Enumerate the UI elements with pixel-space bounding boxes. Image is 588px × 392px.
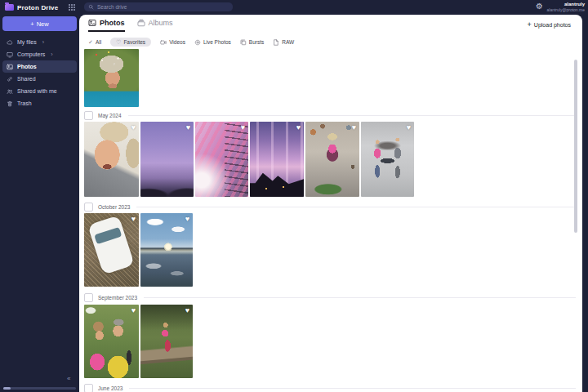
search-bar[interactable]	[84, 2, 233, 11]
drive-folder-icon	[5, 4, 14, 11]
search-input[interactable]	[97, 4, 229, 10]
heart-icon: ♡	[116, 39, 121, 45]
section-checkbox[interactable]	[84, 111, 93, 120]
section-header-may-2024: May 2024	[84, 110, 576, 120]
section-checkbox[interactable]	[84, 203, 93, 212]
filter-bar: ✓ All ♡ Favorites Videos Live Photos	[88, 37, 294, 47]
tab-albums[interactable]: Albums	[137, 19, 173, 32]
favorite-heart-icon[interactable]: ♥	[185, 216, 189, 223]
view-tabs: Photos Albums	[88, 19, 173, 32]
sidebar-item-my-files[interactable]: My files ›	[2, 36, 77, 48]
photo-thumbnail[interactable]: ♥	[140, 305, 193, 378]
section-divider	[129, 388, 576, 389]
favorite-heart-icon[interactable]: ♥	[131, 216, 136, 223]
raw-file-icon	[273, 39, 279, 46]
proton-drive-logo[interactable]: Proton Drive	[5, 2, 58, 12]
sidebar-item-trash[interactable]: Trash	[2, 97, 77, 109]
section-divider	[144, 297, 576, 298]
proton-drive-window: Proton Drive ⚙ alantruly alantruly@proto…	[0, 0, 588, 392]
chevron-right-icon: ›	[42, 39, 44, 45]
live-photo-icon	[194, 39, 201, 46]
storage-meter	[3, 387, 76, 390]
upload-photos-button[interactable]: + Upload photos	[528, 22, 571, 28]
tab-photos[interactable]: Photos	[88, 19, 125, 32]
cloud-icon	[7, 39, 13, 46]
sidebar-item-photos[interactable]: Photos	[2, 60, 77, 73]
favorite-heart-icon[interactable]: ♥	[185, 307, 189, 314]
logo-text: Proton Drive	[17, 4, 58, 11]
photo-thumbnail[interactable]: ♥	[140, 122, 194, 197]
favorite-heart-icon[interactable]: ♥	[131, 124, 136, 131]
new-button[interactable]: + New	[2, 16, 77, 31]
sidebar-nav: My files › Computers › Photos Shared Sha…	[2, 36, 77, 109]
user-email: alantruly@proton.me	[546, 8, 585, 12]
app-switcher-icon[interactable]	[69, 4, 77, 12]
trash-icon	[7, 100, 13, 107]
video-icon	[160, 39, 167, 46]
filter-all[interactable]: ✓ All	[88, 38, 101, 47]
scrollbar-thumb[interactable]	[574, 60, 577, 233]
sidebar-item-shared[interactable]: Shared	[2, 73, 77, 85]
collapse-sidebar-icon[interactable]: «	[67, 375, 70, 382]
filter-videos[interactable]: Videos	[160, 38, 185, 47]
photo-thumbnail[interactable]: ♥	[250, 122, 304, 197]
photo-thumbnail[interactable]: ♥	[195, 122, 248, 197]
burst-icon	[240, 39, 247, 46]
main-panel: Photos Albums + Upload photos ✓ All ♡ Fa…	[79, 15, 582, 392]
sidebar-item-shared-with-me[interactable]: Shared with me	[2, 85, 77, 97]
section-checkbox[interactable]	[84, 384, 93, 392]
photo-row: ♥ ♥	[84, 305, 193, 378]
favorite-heart-icon[interactable]: ♥	[241, 124, 245, 131]
filter-raw[interactable]: RAW	[273, 38, 294, 47]
photo-thumbnail[interactable]: ♥	[361, 122, 414, 197]
chevron-right-icon: ›	[51, 51, 52, 57]
user-name: alantruly	[546, 2, 585, 7]
section-divider	[128, 115, 576, 116]
section-label: September 2023	[98, 295, 137, 301]
photo-thumbnail[interactable]: ♥	[84, 213, 139, 287]
photo-thumbnail[interactable]: ♥	[140, 213, 193, 287]
favorite-heart-icon[interactable]: ♥	[131, 307, 136, 314]
section-label: June 2023	[98, 385, 122, 391]
image-icon	[88, 19, 96, 27]
section-header-october-2023: October 2023	[84, 202, 576, 212]
photo-row: ♥ ♥ ♥ ♥ ♥ ♥	[84, 122, 414, 197]
favorite-heart-icon[interactable]: ♥	[186, 124, 190, 131]
filter-bursts[interactable]: Bursts	[240, 38, 264, 47]
filter-favorites[interactable]: ♡ Favorites	[110, 38, 151, 47]
filter-live-photos[interactable]: Live Photos	[194, 38, 231, 47]
section-header-september-2023: September 2023	[84, 292, 576, 302]
photo-thumbnail[interactable]: ♥	[84, 305, 139, 378]
photo-row	[84, 49, 139, 107]
photo-thumbnail[interactable]: ♥	[305, 122, 359, 197]
image-icon	[7, 64, 13, 70]
section-label: October 2023	[98, 204, 130, 210]
section-label: May 2024	[98, 113, 122, 118]
section-divider	[136, 207, 576, 207]
plus-icon: +	[30, 20, 33, 28]
sidebar-item-computers[interactable]: Computers ›	[2, 48, 77, 60]
favorite-heart-icon[interactable]: ♥	[407, 124, 411, 131]
photo-thumbnail[interactable]	[84, 49, 139, 107]
check-icon: ✓	[88, 39, 93, 45]
plus-icon: +	[528, 22, 532, 28]
users-icon	[7, 88, 13, 95]
monitor-icon	[7, 51, 13, 58]
account-menu[interactable]: alantruly alantruly@proton.me	[546, 2, 585, 12]
favorite-heart-icon[interactable]: ♥	[352, 124, 356, 131]
search-icon	[88, 4, 94, 10]
photo-row: ♥ ♥	[84, 213, 193, 287]
section-header-june-2023: June 2023	[84, 383, 576, 392]
section-checkbox[interactable]	[84, 293, 93, 302]
link-icon	[7, 76, 13, 82]
albums-icon	[137, 19, 145, 27]
settings-gear-icon[interactable]: ⚙	[536, 1, 543, 12]
photo-thumbnail[interactable]: ♥	[84, 122, 139, 197]
favorite-heart-icon[interactable]: ♥	[296, 124, 301, 131]
